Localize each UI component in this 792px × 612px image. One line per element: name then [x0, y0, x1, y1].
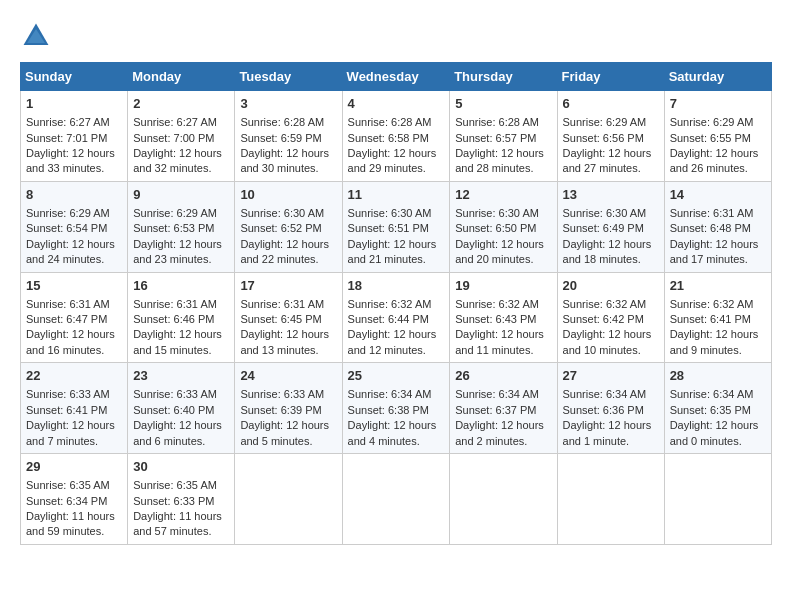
day-number: 5 [455, 95, 551, 113]
weekday-wednesday: Wednesday [342, 63, 450, 91]
sunset-text: Sunset: 6:39 PM [240, 404, 321, 416]
daylight-text: Daylight: 12 hours and 24 minutes. [26, 238, 115, 265]
daylight-text: Daylight: 11 hours and 59 minutes. [26, 510, 115, 537]
sunset-text: Sunset: 6:33 PM [133, 495, 214, 507]
sunrise-text: Sunrise: 6:35 AM [133, 479, 217, 491]
sunrise-text: Sunrise: 6:34 AM [455, 388, 539, 400]
sunset-text: Sunset: 6:53 PM [133, 222, 214, 234]
daylight-text: Daylight: 12 hours and 5 minutes. [240, 419, 329, 446]
sunset-text: Sunset: 6:55 PM [670, 132, 751, 144]
daylight-text: Daylight: 12 hours and 12 minutes. [348, 328, 437, 355]
sunrise-text: Sunrise: 6:30 AM [563, 207, 647, 219]
sunset-text: Sunset: 6:59 PM [240, 132, 321, 144]
calendar-body: 1Sunrise: 6:27 AMSunset: 7:01 PMDaylight… [21, 91, 772, 545]
daylight-text: Daylight: 12 hours and 17 minutes. [670, 238, 759, 265]
day-number: 8 [26, 186, 122, 204]
day-number: 10 [240, 186, 336, 204]
sunset-text: Sunset: 7:00 PM [133, 132, 214, 144]
sunrise-text: Sunrise: 6:31 AM [670, 207, 754, 219]
calendar-cell: 30Sunrise: 6:35 AMSunset: 6:33 PMDayligh… [128, 454, 235, 545]
sunrise-text: Sunrise: 6:32 AM [455, 298, 539, 310]
sunset-text: Sunset: 6:40 PM [133, 404, 214, 416]
sunrise-text: Sunrise: 6:34 AM [348, 388, 432, 400]
sunset-text: Sunset: 6:56 PM [563, 132, 644, 144]
calendar-cell: 13Sunrise: 6:30 AMSunset: 6:49 PMDayligh… [557, 181, 664, 272]
sunset-text: Sunset: 6:45 PM [240, 313, 321, 325]
sunrise-text: Sunrise: 6:32 AM [670, 298, 754, 310]
daylight-text: Daylight: 12 hours and 28 minutes. [455, 147, 544, 174]
calendar-cell: 28Sunrise: 6:34 AMSunset: 6:35 PMDayligh… [664, 363, 771, 454]
calendar-cell: 17Sunrise: 6:31 AMSunset: 6:45 PMDayligh… [235, 272, 342, 363]
day-number: 9 [133, 186, 229, 204]
weekday-tuesday: Tuesday [235, 63, 342, 91]
calendar-cell: 9Sunrise: 6:29 AMSunset: 6:53 PMDaylight… [128, 181, 235, 272]
daylight-text: Daylight: 12 hours and 27 minutes. [563, 147, 652, 174]
calendar-week-row: 22Sunrise: 6:33 AMSunset: 6:41 PMDayligh… [21, 363, 772, 454]
calendar-cell: 19Sunrise: 6:32 AMSunset: 6:43 PMDayligh… [450, 272, 557, 363]
sunset-text: Sunset: 6:48 PM [670, 222, 751, 234]
daylight-text: Daylight: 12 hours and 20 minutes. [455, 238, 544, 265]
calendar-cell: 15Sunrise: 6:31 AMSunset: 6:47 PMDayligh… [21, 272, 128, 363]
sunset-text: Sunset: 6:47 PM [26, 313, 107, 325]
calendar-cell: 18Sunrise: 6:32 AMSunset: 6:44 PMDayligh… [342, 272, 450, 363]
sunset-text: Sunset: 7:01 PM [26, 132, 107, 144]
day-number: 28 [670, 367, 766, 385]
sunset-text: Sunset: 6:57 PM [455, 132, 536, 144]
logo [20, 20, 56, 52]
sunset-text: Sunset: 6:34 PM [26, 495, 107, 507]
daylight-text: Daylight: 12 hours and 33 minutes. [26, 147, 115, 174]
sunrise-text: Sunrise: 6:30 AM [240, 207, 324, 219]
weekday-monday: Monday [128, 63, 235, 91]
daylight-text: Daylight: 12 hours and 11 minutes. [455, 328, 544, 355]
weekday-saturday: Saturday [664, 63, 771, 91]
daylight-text: Daylight: 12 hours and 18 minutes. [563, 238, 652, 265]
day-number: 26 [455, 367, 551, 385]
day-number: 21 [670, 277, 766, 295]
sunset-text: Sunset: 6:50 PM [455, 222, 536, 234]
sunrise-text: Sunrise: 6:29 AM [26, 207, 110, 219]
day-number: 16 [133, 277, 229, 295]
day-number: 14 [670, 186, 766, 204]
daylight-text: Daylight: 12 hours and 0 minutes. [670, 419, 759, 446]
logo-icon [20, 20, 52, 52]
calendar-cell [450, 454, 557, 545]
sunrise-text: Sunrise: 6:31 AM [133, 298, 217, 310]
day-number: 17 [240, 277, 336, 295]
day-number: 11 [348, 186, 445, 204]
calendar-cell: 4Sunrise: 6:28 AMSunset: 6:58 PMDaylight… [342, 91, 450, 182]
daylight-text: Daylight: 12 hours and 23 minutes. [133, 238, 222, 265]
daylight-text: Daylight: 11 hours and 57 minutes. [133, 510, 222, 537]
weekday-thursday: Thursday [450, 63, 557, 91]
day-number: 13 [563, 186, 659, 204]
calendar-cell: 3Sunrise: 6:28 AMSunset: 6:59 PMDaylight… [235, 91, 342, 182]
calendar-cell: 11Sunrise: 6:30 AMSunset: 6:51 PMDayligh… [342, 181, 450, 272]
sunrise-text: Sunrise: 6:31 AM [240, 298, 324, 310]
sunrise-text: Sunrise: 6:33 AM [26, 388, 110, 400]
sunset-text: Sunset: 6:43 PM [455, 313, 536, 325]
daylight-text: Daylight: 12 hours and 16 minutes. [26, 328, 115, 355]
daylight-text: Daylight: 12 hours and 30 minutes. [240, 147, 329, 174]
sunrise-text: Sunrise: 6:30 AM [348, 207, 432, 219]
day-number: 15 [26, 277, 122, 295]
sunset-text: Sunset: 6:54 PM [26, 222, 107, 234]
sunset-text: Sunset: 6:49 PM [563, 222, 644, 234]
daylight-text: Daylight: 12 hours and 32 minutes. [133, 147, 222, 174]
calendar-cell: 10Sunrise: 6:30 AMSunset: 6:52 PMDayligh… [235, 181, 342, 272]
day-number: 29 [26, 458, 122, 476]
calendar-cell: 23Sunrise: 6:33 AMSunset: 6:40 PMDayligh… [128, 363, 235, 454]
calendar-cell: 8Sunrise: 6:29 AMSunset: 6:54 PMDaylight… [21, 181, 128, 272]
day-number: 30 [133, 458, 229, 476]
calendar-cell: 12Sunrise: 6:30 AMSunset: 6:50 PMDayligh… [450, 181, 557, 272]
day-number: 3 [240, 95, 336, 113]
sunrise-text: Sunrise: 6:27 AM [133, 116, 217, 128]
sunset-text: Sunset: 6:42 PM [563, 313, 644, 325]
daylight-text: Daylight: 12 hours and 9 minutes. [670, 328, 759, 355]
daylight-text: Daylight: 12 hours and 13 minutes. [240, 328, 329, 355]
day-number: 25 [348, 367, 445, 385]
sunset-text: Sunset: 6:51 PM [348, 222, 429, 234]
daylight-text: Daylight: 12 hours and 29 minutes. [348, 147, 437, 174]
daylight-text: Daylight: 12 hours and 4 minutes. [348, 419, 437, 446]
sunrise-text: Sunrise: 6:29 AM [670, 116, 754, 128]
day-number: 18 [348, 277, 445, 295]
sunset-text: Sunset: 6:41 PM [670, 313, 751, 325]
